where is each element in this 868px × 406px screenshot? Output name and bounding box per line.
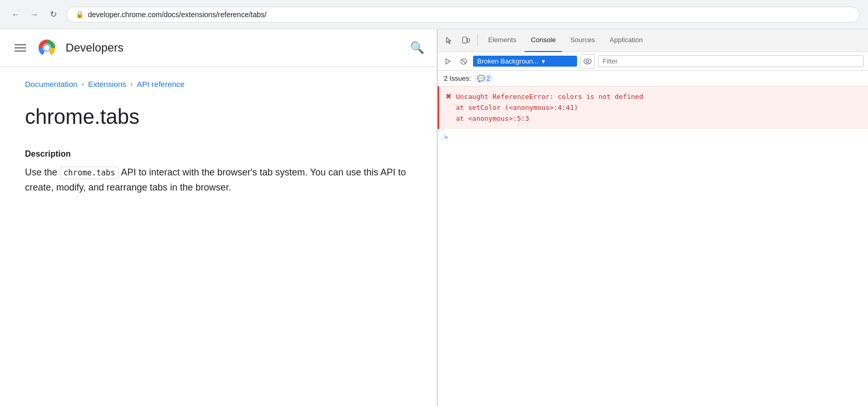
device-toggle-button[interactable] xyxy=(458,33,473,48)
breadcrumb-api-reference[interactable]: API reference xyxy=(137,80,185,88)
breadcrumb-sep-1: › xyxy=(82,80,84,88)
error-block: ✖ Uncaught ReferenceError: colors is not… xyxy=(438,86,868,129)
chrome-logo xyxy=(36,37,57,58)
inspector-icon-button[interactable] xyxy=(442,33,456,48)
description-label: Description xyxy=(25,149,412,159)
address-bar[interactable]: 🔒 developer.chrome.com/docs/extensions/r… xyxy=(67,7,860,22)
issues-label: 2 Issues: xyxy=(444,74,471,82)
filter-input[interactable] xyxy=(598,55,864,67)
svg-point-4 xyxy=(44,45,50,51)
webpage-panel: Developers 🔍 Documentation › Extensions … xyxy=(0,29,437,406)
tab-sources[interactable]: Sources xyxy=(564,29,602,52)
breadcrumb-extensions[interactable]: Extensions xyxy=(88,80,126,88)
issues-bar: 2 Issues: 💬 2 xyxy=(438,71,868,86)
console-output: ✖ Uncaught ReferenceError: colors is not… xyxy=(438,86,868,406)
page-description: Use the chrome.tabs API to interact with… xyxy=(25,165,412,195)
issues-icon: 💬 xyxy=(477,75,485,82)
tab-console[interactable]: Console xyxy=(525,29,562,52)
tab-elements[interactable]: Elements xyxy=(482,29,522,52)
block-icon xyxy=(460,58,467,65)
breadcrumb-sep-2: › xyxy=(131,80,133,88)
breadcrumb: Documentation › Extensions › API referen… xyxy=(25,80,412,88)
error-icon: ✖ xyxy=(445,92,452,100)
breadcrumb-documentation[interactable]: Documentation xyxy=(25,80,78,88)
reload-button[interactable]: ↻ xyxy=(46,7,60,22)
back-button[interactable]: ← xyxy=(8,7,23,22)
nav-buttons: ← → ↻ xyxy=(8,7,60,22)
forward-button[interactable]: → xyxy=(27,7,42,22)
svg-point-11 xyxy=(584,59,591,64)
issues-count: 2 xyxy=(487,75,490,82)
prompt-arrow-icon: > xyxy=(444,133,448,141)
page-header: Developers 🔍 xyxy=(0,29,437,67)
svg-rect-6 xyxy=(467,39,469,42)
cursor-icon xyxy=(445,36,453,45)
page-title: chrome.tabs xyxy=(25,105,412,129)
play-icon xyxy=(444,58,452,65)
error-message: Uncaught ReferenceError: colors is not d… xyxy=(456,92,643,103)
eye-filter-button[interactable] xyxy=(580,54,595,69)
run-script-button[interactable] xyxy=(442,55,454,68)
eye-icon xyxy=(583,58,592,65)
search-icon[interactable]: 🔍 xyxy=(410,41,424,55)
toolbar-separator xyxy=(477,34,478,47)
device-icon xyxy=(462,36,470,45)
browser-toolbar: ← → ↻ 🔒 developer.chrome.com/docs/extens… xyxy=(0,0,868,29)
body-text-1: Use the xyxy=(25,167,60,177)
context-label: Broken Backgroun... xyxy=(477,57,539,65)
context-selector[interactable]: Broken Backgroun... ▼ xyxy=(473,56,577,67)
clear-console-button[interactable] xyxy=(457,55,470,68)
lock-icon: 🔒 xyxy=(75,10,84,18)
svg-point-7 xyxy=(464,42,465,43)
tab-application[interactable]: Application xyxy=(604,29,649,52)
devtools-toolbar: Elements Console Sources Application xyxy=(438,29,868,52)
dropdown-arrow-icon: ▼ xyxy=(541,58,546,65)
main-layout: Developers 🔍 Documentation › Extensions … xyxy=(0,29,868,406)
error-text: Uncaught ReferenceError: colors is not d… xyxy=(456,92,643,124)
url-text: developer.chrome.com/docs/extensions/ref… xyxy=(88,10,266,19)
hamburger-menu[interactable] xyxy=(12,42,28,54)
error-stack-2: at <anonymous>:5:3 xyxy=(456,113,643,124)
devtools-panel: Elements Console Sources Application xyxy=(437,29,868,406)
svg-line-10 xyxy=(462,59,466,64)
console-prompt[interactable]: > xyxy=(438,129,868,145)
console-toolbar: Broken Backgroun... ▼ xyxy=(438,52,868,71)
page-content: Documentation › Extensions › API referen… xyxy=(0,67,437,208)
issues-badge[interactable]: 💬 2 xyxy=(474,74,493,83)
svg-point-12 xyxy=(586,60,589,62)
site-title: Developers xyxy=(66,41,123,55)
svg-marker-8 xyxy=(446,59,450,64)
code-chrome-tabs: chrome.tabs xyxy=(60,167,119,179)
error-stack-1: at setColor (<anonymous>:4:41) xyxy=(456,103,643,113)
